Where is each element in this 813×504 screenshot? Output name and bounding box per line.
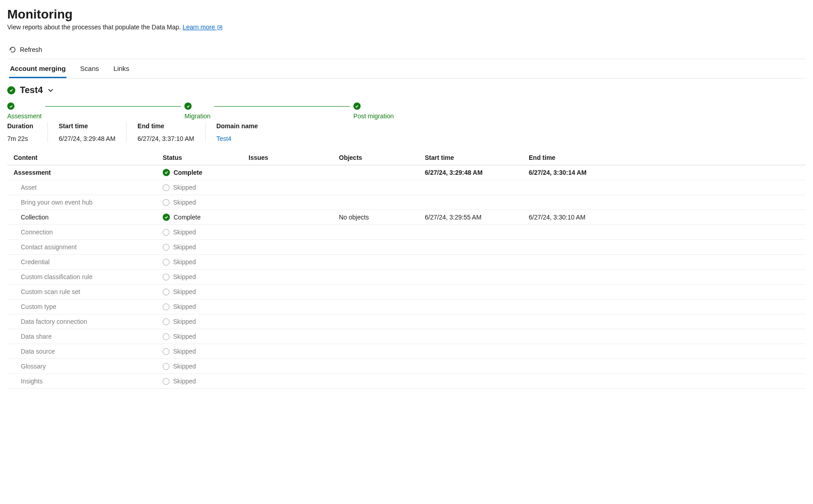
cell-content: Contact assignment [14,243,163,251]
cell-objects: No objects [339,214,425,221]
phase-migration: Migration [184,103,211,120]
skip-circle-icon [163,348,169,355]
phase-connector [45,106,181,107]
cell-content: Custom scan rule set [14,288,163,295]
table-row: CollectionCompleteNo objects6/27/24, 3:2… [7,210,806,225]
status-text: Skipped [173,288,196,295]
tab-bar: Account mergingScansLinks [7,59,806,79]
skip-circle-icon [163,318,169,325]
duration-label: Duration [7,122,37,130]
cell-status: Skipped [163,318,249,325]
start-time-value: 6/27/24, 3:29:48 AM [59,135,115,142]
cell-status: Skipped [163,363,249,370]
table-row: AssessmentComplete6/27/24, 3:29:48 AM6/2… [7,165,806,180]
domain-name-value[interactable]: Test4 [216,135,258,142]
cell-status: Complete [163,169,249,176]
skip-circle-icon [163,229,169,236]
cell-status: Skipped [163,348,249,355]
skip-circle-icon [163,303,169,310]
table-row: ConnectionSkipped [7,225,806,240]
status-text: Skipped [173,318,196,325]
status-text: Skipped [173,363,196,370]
page-title: Monitoring [7,7,806,22]
refresh-icon [9,46,16,53]
chevron-down-icon [47,87,54,93]
selector-name: Test4 [20,85,43,95]
cell-start-time: 6/27/24, 3:29:48 AM [425,169,529,176]
col-header-issues: Issues [249,154,339,161]
table-row: Custom scan rule setSkipped [7,285,806,299]
check-circle-icon [163,214,170,221]
status-text: Skipped [173,378,196,385]
start-time-label: Start time [59,122,115,130]
table-row: Data shareSkipped [7,329,806,344]
check-circle-icon [163,169,170,176]
table-row: InsightsSkipped [7,374,806,389]
domain-name-label: Domain name [216,122,258,130]
skip-circle-icon [163,274,169,280]
cell-content: Data factory connection [14,318,163,325]
cell-content: Asset [14,184,163,191]
cell-start-time: 6/27/24, 3:29:55 AM [425,214,529,221]
cell-status: Skipped [163,303,249,310]
table-row: GlossarySkipped [7,359,806,374]
cell-end-time: 6/27/24, 3:30:14 AM [529,169,633,176]
grid-header: Content Status Issues Objects Start time… [7,150,806,165]
page-subtitle: View reports about the processes that po… [7,23,806,31]
cell-content: Bring your own event hub [14,199,163,206]
learn-more-link[interactable]: Learn more [183,23,222,31]
cell-content: Collection [14,214,163,221]
cell-end-time: 6/27/24, 3:30:10 AM [529,214,633,221]
subtitle-text: View reports about the processes that po… [7,23,183,31]
skip-circle-icon [163,199,169,206]
skip-circle-icon [163,333,169,340]
skip-circle-icon [163,289,169,295]
check-circle-icon [7,103,14,110]
summary-row: Duration 7m 22s Start time 6/27/24, 3:29… [7,120,806,150]
table-row: AssetSkipped [7,180,806,195]
status-text: Skipped [173,229,196,236]
end-time-label: End time [137,122,194,130]
end-time-value: 6/27/24, 3:37:10 AM [137,135,194,142]
status-text: Skipped [173,348,196,355]
tab-account-merging[interactable]: Account merging [9,59,66,78]
check-circle-icon [353,103,361,110]
col-header-end: End time [529,154,633,161]
cell-content: Custom type [14,303,163,310]
skip-circle-icon [163,244,169,251]
status-text: Skipped [173,273,196,280]
phase-label: Post migration [353,112,394,120]
cell-status: Complete [163,214,249,221]
table-row: CredentialSkipped [7,255,806,270]
external-link-icon [217,25,223,31]
merge-selector[interactable]: Test4 [7,79,806,103]
phase-assessment: Assessment [7,103,42,120]
table-row: Custom classification ruleSkipped [7,270,806,285]
table-row: Data factory connectionSkipped [7,314,806,329]
cell-content: Data share [14,333,163,340]
tab-links[interactable]: Links [113,59,130,78]
status-text: Skipped [173,303,196,310]
learn-more-label: Learn more [183,23,215,31]
status-text: Skipped [173,258,196,266]
col-header-status: Status [163,154,249,161]
table-row: Custom typeSkipped [7,299,806,314]
col-header-start: Start time [425,154,529,161]
cell-content: Glossary [14,363,163,370]
cell-content: Assessment [14,169,163,176]
col-header-objects: Objects [339,154,425,161]
refresh-button[interactable]: Refresh [7,43,44,56]
cell-status: Skipped [163,273,249,280]
skip-circle-icon [163,184,169,191]
phase-connector [214,106,350,107]
cell-status: Skipped [163,288,249,295]
toolbar: Refresh [7,41,806,59]
tab-scans[interactable]: Scans [79,59,100,78]
phase-post-migration: Post migration [353,103,394,120]
table-row: Data sourceSkipped [7,344,806,359]
skip-circle-icon [163,363,169,370]
phase-progress: AssessmentMigrationPost migration [7,103,806,120]
status-text: Skipped [173,333,196,340]
check-circle-icon [7,86,15,94]
cell-content: Custom classification rule [14,273,163,280]
